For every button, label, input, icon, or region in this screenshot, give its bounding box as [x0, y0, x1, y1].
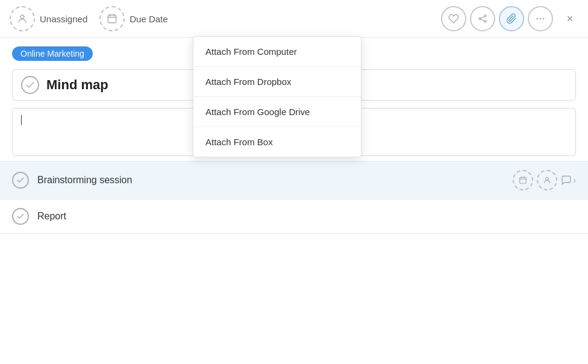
assignee-button[interactable]: [10, 6, 35, 31]
text-cursor: [21, 115, 22, 125]
attach-google-drive-item[interactable]: Attach From Google Drive: [193, 97, 361, 127]
svg-point-0: [20, 15, 24, 19]
svg-line-9: [481, 19, 484, 21]
subtask-expand-chevron: ›: [573, 175, 576, 185]
subtask-comment-button[interactable]: ›: [561, 175, 576, 186]
toolbar-left: Unassigned Due Date: [10, 6, 436, 31]
task-row[interactable]: Report: [0, 199, 588, 234]
close-button[interactable]: ×: [561, 10, 578, 27]
subtask-complete-button-report[interactable]: [12, 208, 29, 225]
task-complete-button[interactable]: [21, 76, 39, 94]
svg-rect-1: [108, 15, 116, 23]
svg-point-17: [546, 177, 549, 180]
unassigned-label: Unassigned: [40, 14, 87, 24]
check-icon-small: [16, 176, 25, 184]
subtask-label-brainstorming: Brainstorming session: [37, 175, 504, 186]
subtask-complete-button-brainstorming[interactable]: [12, 172, 29, 189]
svg-point-11: [540, 18, 541, 19]
connections-icon: [477, 13, 488, 24]
subtask-assignee-button[interactable]: [537, 170, 557, 190]
calendar-small-icon: [519, 176, 527, 184]
heart-icon: [448, 13, 459, 24]
user-icon: [17, 13, 28, 24]
attach-box-item[interactable]: Attach From Box: [193, 127, 361, 157]
check-icon: [25, 80, 36, 90]
share-button[interactable]: [470, 6, 495, 31]
task-row[interactable]: Brainstorming session: [0, 162, 588, 199]
toolbar-right: ×: [441, 6, 578, 31]
subtask-label-report: Report: [37, 211, 576, 222]
attachment-dropdown: Attach From Computer Attach From Dropbox…: [193, 36, 361, 157]
user-small-icon: [543, 176, 551, 184]
attach-dropbox-item[interactable]: Attach From Dropbox: [193, 67, 361, 97]
attach-computer-item[interactable]: Attach From Computer: [193, 37, 361, 67]
subtask-calendar-button[interactable]: [513, 170, 533, 190]
subtask-icons-brainstorming: ›: [513, 170, 576, 190]
favorite-button[interactable]: [441, 6, 466, 31]
svg-point-10: [537, 18, 538, 19]
svg-line-8: [481, 16, 484, 18]
due-date-label: Due Date: [130, 14, 167, 24]
comment-icon: [561, 175, 572, 186]
task-title: Mind map: [46, 77, 108, 93]
check-icon-small: [16, 212, 25, 221]
toolbar: Unassigned Due Date: [0, 0, 588, 38]
calendar-icon: [107, 13, 117, 24]
svg-rect-13: [520, 177, 527, 183]
more-icon: [535, 13, 546, 24]
paperclip-icon: [506, 13, 517, 24]
svg-point-12: [543, 18, 544, 19]
more-button[interactable]: [528, 6, 553, 31]
due-date-button[interactable]: [99, 6, 125, 31]
task-list: Brainstorming session: [0, 161, 588, 234]
attachment-button[interactable]: [499, 6, 524, 31]
